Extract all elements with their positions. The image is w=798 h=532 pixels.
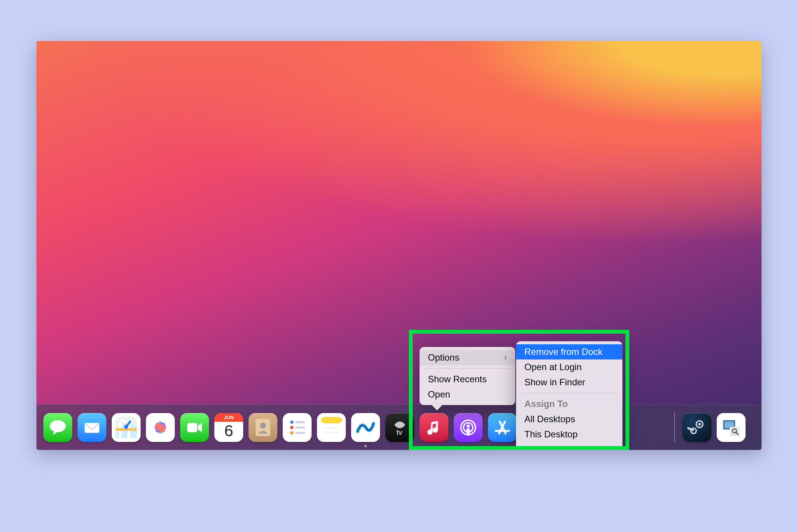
- dock-icon-mail[interactable]: [78, 413, 106, 442]
- dock-icon-notes[interactable]: [317, 413, 346, 442]
- preview-icon: [720, 417, 742, 438]
- running-indicator: [364, 445, 367, 447]
- svg-point-15: [290, 420, 294, 424]
- reminders-icon: [287, 417, 308, 438]
- notes-icon: [321, 417, 342, 438]
- mail-icon: [81, 417, 103, 438]
- menu-item-label: All Desktops: [524, 414, 575, 424]
- wallpaper: [36, 41, 762, 450]
- submenu-header-assign-to: Assign To: [516, 396, 622, 412]
- svg-text:tv: tv: [396, 429, 402, 436]
- calendar-day-label: 6: [214, 422, 243, 440]
- dock-icon-preview[interactable]: [717, 413, 746, 442]
- podcasts-icon: [458, 417, 479, 438]
- menu-item-label: Open at Login: [524, 362, 582, 372]
- photos-icon: [150, 417, 171, 438]
- menu-item-open[interactable]: Open: [420, 387, 515, 402]
- dock-icon-facetime[interactable]: [180, 413, 209, 442]
- dock-icon-music[interactable]: [420, 413, 448, 442]
- calendar-month-label: JUN: [214, 413, 243, 422]
- svg-point-17: [290, 426, 294, 429]
- dock-icon-maps[interactable]: [112, 413, 141, 442]
- options-submenu: Remove from Dock Open at Login Show in F…: [516, 341, 622, 450]
- svg-point-33: [698, 423, 701, 425]
- menu-item-label: Options: [428, 352, 459, 363]
- dock-icon-tv[interactable]: tv: [385, 413, 414, 442]
- menu-separator: [521, 393, 617, 393]
- freeform-icon: [355, 417, 376, 438]
- dock: JUN 6 tv: [36, 404, 762, 450]
- desktop-frame: JUN 6 tv: [36, 41, 762, 450]
- svg-point-0: [50, 420, 66, 432]
- dock-icon-messages[interactable]: [43, 413, 72, 442]
- tv-icon: tv: [389, 417, 410, 438]
- steam-icon: [686, 417, 708, 438]
- dock-icon-calendar[interactable]: JUN 6: [214, 413, 243, 442]
- svg-rect-1: [85, 423, 100, 432]
- menu-item-label: Show in Finder: [524, 377, 585, 388]
- menu-item-options[interactable]: Options ›: [420, 350, 515, 365]
- appstore-icon: [492, 417, 513, 438]
- submenu-item-this-desktop[interactable]: This Desktop: [516, 427, 622, 442]
- svg-rect-12: [187, 423, 197, 432]
- dock-icon-appstore[interactable]: [488, 413, 517, 442]
- svg-rect-20: [295, 432, 305, 434]
- menu-item-label: This Desktop: [524, 429, 578, 440]
- svg-point-19: [290, 431, 294, 434]
- menu-item-label: Open: [428, 389, 450, 400]
- dock-icon-reminders[interactable]: [283, 413, 312, 442]
- dock-icon-contacts[interactable]: [249, 413, 277, 442]
- chevron-right-icon: ›: [493, 353, 507, 363]
- dock-icon-photos[interactable]: [146, 413, 175, 442]
- svg-point-14: [260, 422, 266, 428]
- menu-separator: [425, 368, 510, 369]
- maps-icon: [116, 417, 137, 438]
- menu-item-show-recents[interactable]: Show Recents: [420, 372, 515, 387]
- dock-icon-podcasts[interactable]: [454, 413, 483, 442]
- checkmark-icon: ✓: [518, 444, 526, 450]
- facetime-icon: [184, 417, 205, 438]
- menu-item-label: Show Recents: [428, 374, 487, 385]
- svg-rect-22: [321, 423, 342, 438]
- svg-point-28: [467, 424, 470, 428]
- messages-icon: [47, 417, 68, 438]
- submenu-item-show-in-finder[interactable]: Show in Finder: [516, 375, 622, 390]
- menu-item-label: None: [527, 444, 549, 450]
- dock-divider: [674, 412, 675, 443]
- music-icon: [423, 417, 445, 438]
- svg-rect-18: [295, 426, 305, 428]
- dock-icon-steam[interactable]: [682, 413, 711, 442]
- submenu-item-all-desktops[interactable]: All Desktops: [516, 412, 622, 427]
- submenu-item-open-at-login[interactable]: Open at Login: [516, 359, 622, 375]
- svg-rect-21: [321, 417, 342, 424]
- dock-icon-freeform[interactable]: [351, 413, 380, 442]
- submenu-item-none[interactable]: ✓ None: [516, 442, 622, 450]
- menu-tail: [432, 405, 442, 410]
- contacts-icon: [252, 417, 274, 438]
- submenu-item-remove-from-dock[interactable]: Remove from Dock: [516, 344, 622, 359]
- dock-context-menu: Options › Show Recents Open: [420, 347, 515, 405]
- svg-rect-16: [295, 421, 305, 423]
- menu-item-label: Remove from Dock: [524, 347, 602, 357]
